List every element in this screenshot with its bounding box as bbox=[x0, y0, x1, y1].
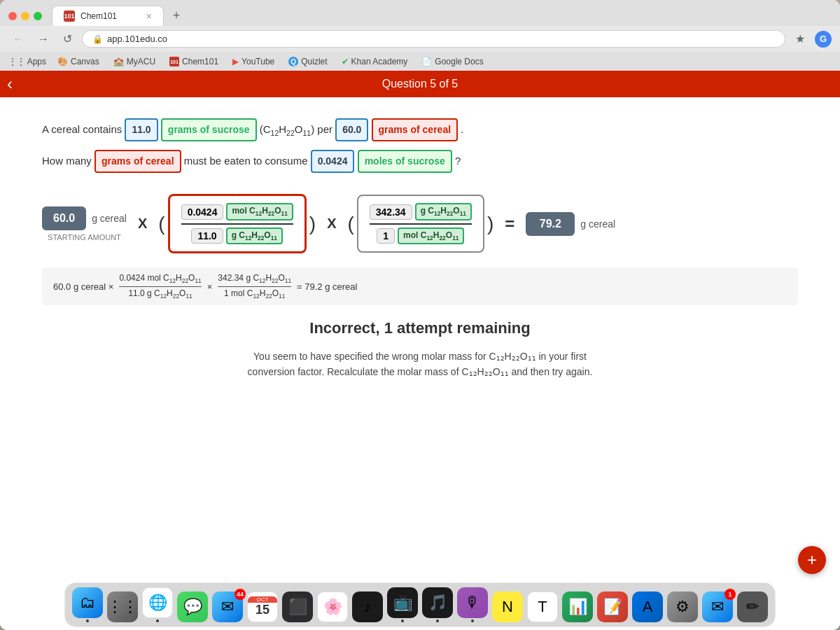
eq-frac2: 342.34 g C12H22O11 1 mol C12H22O11 bbox=[218, 273, 291, 300]
browser-window: 101 Chem101 × + ← → ↺ 🔒 app.101edu.co ★ … bbox=[0, 0, 840, 630]
url-bar[interactable]: 🔒 app.101edu.co bbox=[82, 30, 785, 48]
question-line1: A cereal contains 11.0 grams of sucrose … bbox=[42, 118, 798, 141]
browser-tab[interactable]: 101 Chem101 × bbox=[52, 6, 164, 26]
plus-button[interactable]: + bbox=[798, 546, 826, 574]
frac1-bottom: 11.0 g C12H22O11 bbox=[191, 227, 283, 244]
tab-title: Chem101 bbox=[80, 11, 117, 21]
dock-textedit[interactable]: T bbox=[527, 592, 558, 622]
dock-launchpad[interactable]: ⋮⋮ bbox=[107, 592, 138, 622]
fraction1: 0.0424 mol C12H22O11 11.0 g C12H22O11 bbox=[168, 194, 307, 253]
minimize-button[interactable] bbox=[21, 12, 29, 20]
paren-close2: ) bbox=[487, 214, 493, 234]
frac2-top-unit: g C12H22O11 bbox=[415, 203, 472, 220]
apps-label[interactable]: ⋮⋮ Apps bbox=[8, 57, 46, 66]
launchpad-icon: ⋮⋮ bbox=[107, 592, 138, 622]
bookmark-chem101[interactable]: 101 Chem101 bbox=[167, 55, 221, 68]
pen-icon: ✏ bbox=[737, 592, 768, 622]
dock-podcasts[interactable]: 🎙 bbox=[457, 587, 488, 622]
back-nav-button[interactable]: ‹ bbox=[7, 74, 13, 94]
frac2-top-value[interactable]: 342.34 bbox=[370, 204, 412, 220]
eq-frac1: 0.0424 mol C12H22O11 11.0 g C12H22O11 bbox=[119, 273, 201, 300]
bookmark-star[interactable]: ★ bbox=[791, 31, 809, 47]
appstore-icon: A bbox=[632, 592, 663, 622]
eq-mid: × bbox=[207, 281, 213, 292]
multiply1: X bbox=[138, 216, 147, 232]
moles-sucrose-value[interactable]: 0.0424 bbox=[311, 150, 355, 173]
bookmark-quizlet[interactable]: Q Quizlet bbox=[286, 55, 330, 68]
bookmarks-bar: ⋮⋮ Apps 🎨 Canvas 🏫 MyACU 101 Chem101 ▶ Y… bbox=[0, 52, 840, 71]
forward-button[interactable]: → bbox=[34, 31, 53, 47]
finder-dot bbox=[86, 620, 89, 622]
mail2-badge: 1 bbox=[724, 589, 736, 600]
maximize-button[interactable] bbox=[34, 12, 42, 20]
photos-icon: 🌸 bbox=[317, 592, 348, 622]
eq-frac1-bottom: 11.0 g C12H22O11 bbox=[128, 288, 192, 300]
paren-close1: ) bbox=[309, 214, 316, 234]
dock-calendar[interactable]: OCT 15 bbox=[247, 592, 278, 622]
dock-music-player[interactable]: ♪ bbox=[352, 592, 383, 622]
bookmark-youtube[interactable]: ▶ YouTube bbox=[230, 55, 277, 68]
dock-appletv[interactable]: 📺 bbox=[387, 587, 418, 622]
main-content: A cereal contains 11.0 grams of sucrose … bbox=[0, 97, 840, 630]
profile-button[interactable]: G bbox=[815, 31, 832, 48]
dock-messages[interactable]: 💬 bbox=[177, 592, 208, 622]
q-line1-prefix: A cereal contains bbox=[42, 123, 125, 135]
question-header: ‹ Question 5 of 5 bbox=[0, 71, 840, 97]
tab-close-button[interactable]: × bbox=[146, 10, 152, 22]
frac1-bottom-value[interactable]: 11.0 bbox=[191, 228, 223, 244]
finder-icon: 🗂 bbox=[72, 587, 103, 618]
dock-finder[interactable]: 🗂 bbox=[72, 587, 103, 622]
dock-chrome[interactable]: 🌐 bbox=[142, 587, 173, 622]
frac2-bottom-unit: mol C12H22O11 bbox=[398, 227, 464, 244]
bookmark-khan[interactable]: ✔ Khan Academy bbox=[339, 55, 411, 68]
grams-cereal-label2: grams of cereal bbox=[94, 150, 181, 173]
dock-mail2[interactable]: ✉ 1 bbox=[702, 592, 733, 622]
close-button[interactable] bbox=[8, 12, 17, 20]
dock-systemprefs[interactable]: ⚙ bbox=[667, 592, 698, 622]
bookmark-canvas[interactable]: 🎨 Canvas bbox=[55, 55, 102, 68]
feedback-line2: conversion factor. Recalculate the molar… bbox=[248, 366, 593, 377]
calculation-area: 60.0 g cereal STARTING AMOUNT X ( 0.0424… bbox=[42, 194, 798, 253]
frac1-top: 0.0424 mol C12H22O11 bbox=[181, 203, 293, 220]
grams-cereal-label: grams of cereal bbox=[372, 118, 458, 141]
messages-icon: 💬 bbox=[177, 592, 208, 622]
frac2-line bbox=[370, 223, 472, 225]
result-unit: g cereal bbox=[580, 218, 615, 230]
frac1-top-value[interactable]: 0.0424 bbox=[181, 204, 224, 220]
dock-mail[interactable]: ✉ 44 bbox=[212, 592, 243, 622]
frac1-top-unit: mol C12H22O11 bbox=[226, 203, 293, 220]
podcasts-icon: 🎙 bbox=[457, 587, 488, 618]
grams-cereal-value[interactable]: 60.0 bbox=[335, 118, 368, 141]
frac2-bottom-value[interactable]: 1 bbox=[377, 228, 395, 244]
frac2-top: 342.34 g C12H22O11 bbox=[370, 203, 472, 220]
dock-pages[interactable]: 📝 bbox=[597, 592, 628, 622]
bookmark-myacu[interactable]: 🏫 MyACU bbox=[111, 55, 158, 68]
new-tab-button[interactable]: + bbox=[167, 6, 186, 26]
mail-icon: ✉ 44 bbox=[212, 592, 243, 622]
question-title: Question 5 of 5 bbox=[382, 78, 458, 90]
fraction2: 342.34 g C12H22O11 1 mol C12H22O11 bbox=[357, 195, 484, 253]
fraction1-container: ( 0.0424 mol C12H22O11 11.0 g C12H22O11 bbox=[158, 194, 316, 253]
bookmark-googledocs[interactable]: 📄 Google Docs bbox=[419, 55, 486, 68]
dock-music[interactable]: 🎵 bbox=[422, 587, 453, 622]
equals-sign: = bbox=[505, 214, 514, 234]
nav-row: ← → ↺ 🔒 app.101edu.co ★ G bbox=[0, 26, 840, 52]
frac1-line bbox=[181, 223, 293, 225]
fraction1-inner: 0.0424 mol C12H22O11 11.0 g C12H22O11 bbox=[181, 203, 293, 244]
textedit-icon: T bbox=[527, 592, 558, 622]
tab-row: 101 Chem101 × + bbox=[0, 0, 840, 26]
dock-appstore[interactable]: A bbox=[632, 592, 663, 622]
dock-dark1[interactable]: ⬛ bbox=[282, 592, 313, 622]
moles-sucrose-label: moles of sucrose bbox=[358, 150, 452, 173]
dock-numbers[interactable]: 📊 bbox=[562, 592, 593, 622]
grams-sucrose-value[interactable]: 11.0 bbox=[125, 118, 158, 141]
dock-photos[interactable]: 🌸 bbox=[317, 592, 348, 622]
reload-button[interactable]: ↺ bbox=[59, 31, 76, 47]
period: . bbox=[461, 123, 463, 135]
dock-pen[interactable]: ✏ bbox=[737, 592, 768, 622]
q-line2-prefix: How many bbox=[42, 155, 94, 167]
music-dot bbox=[436, 620, 439, 622]
back-button[interactable]: ← bbox=[8, 31, 28, 47]
dock-notes[interactable]: N bbox=[492, 592, 523, 622]
starting-unit: g cereal bbox=[92, 213, 127, 224]
